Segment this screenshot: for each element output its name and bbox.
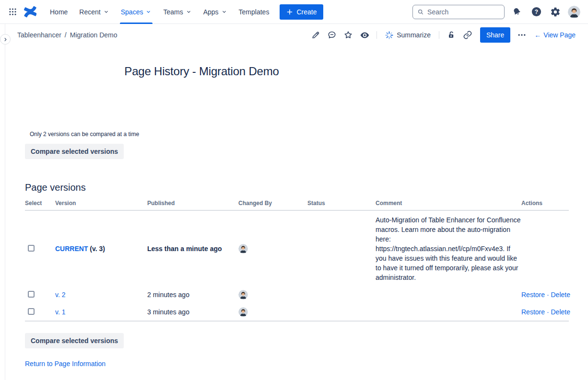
- version-link[interactable]: v. 1: [55, 308, 66, 316]
- search-icon: [417, 8, 424, 16]
- breadcrumb-separator: /: [65, 31, 67, 39]
- page-title: Page History - Migration Demo: [25, 65, 378, 78]
- copy-link-button[interactable]: [460, 28, 475, 42]
- restore-link[interactable]: Restore: [521, 291, 545, 299]
- version-row: v. 1 3 minutes ago: [25, 303, 569, 321]
- nav-item-teams[interactable]: Teams: [157, 0, 197, 24]
- expand-sidebar-button[interactable]: [0, 34, 11, 45]
- help-button[interactable]: ?: [529, 5, 543, 19]
- view-page-link[interactable]: ← View Page: [534, 31, 576, 39]
- nav-item-label: Home: [50, 8, 68, 16]
- restrictions-button[interactable]: [444, 28, 459, 42]
- published-cell: Less than a minute ago: [147, 245, 238, 253]
- toolbar-divider: [376, 31, 377, 39]
- page-actions-toolbar: Summarize Share ← View Page: [308, 27, 576, 43]
- return-to-page-information-link[interactable]: Return to Page Information: [25, 360, 106, 368]
- page-versions-heading: Page versions: [25, 182, 588, 193]
- top-navigation: Home Recent Spaces Teams Apps Templates: [0, 0, 588, 24]
- changed-by-avatar[interactable]: [238, 244, 248, 253]
- delete-link[interactable]: Delete: [551, 291, 570, 299]
- nav-item-apps[interactable]: Apps: [198, 0, 233, 24]
- chevron-down-icon: [145, 9, 152, 15]
- comment-bubble-icon: [327, 30, 337, 40]
- search-box[interactable]: [412, 5, 505, 19]
- page-history-content: Page History - Migration Demo Only 2 ver…: [0, 65, 588, 368]
- favorite-button[interactable]: [341, 28, 356, 42]
- versions-table-header: Select Version Published Changed By Stat…: [25, 200, 569, 211]
- nav-item-label: Spaces: [121, 8, 143, 16]
- nav-item-label: Apps: [203, 8, 219, 16]
- settings-button[interactable]: [549, 5, 562, 19]
- notifications-button[interactable]: [510, 5, 524, 19]
- compare-selected-versions-button-bottom[interactable]: Compare selected versions: [25, 333, 124, 348]
- version-suffix: (v. 3): [90, 245, 105, 253]
- edit-button[interactable]: [308, 28, 323, 42]
- create-button-label: Create: [296, 8, 317, 16]
- comments-button[interactable]: [324, 28, 340, 42]
- app-switcher-grid-icon: [8, 7, 17, 16]
- unlock-icon: [447, 30, 456, 40]
- watch-button[interactable]: [357, 28, 372, 42]
- confluence-home-button[interactable]: [21, 4, 38, 20]
- share-button[interactable]: Share: [480, 27, 510, 43]
- version-link[interactable]: v. 2: [55, 291, 66, 299]
- nav-item-templates[interactable]: Templates: [233, 0, 275, 24]
- version-checkbox[interactable]: [28, 245, 35, 252]
- more-options-button[interactable]: [514, 28, 529, 42]
- search-input[interactable]: [427, 8, 500, 16]
- version-link[interactable]: CURRENT: [55, 245, 88, 253]
- nav-item-label: Teams: [163, 8, 183, 16]
- nav-item-recent[interactable]: Recent: [73, 0, 115, 24]
- plus-icon: [286, 9, 293, 15]
- summarize-label: Summarize: [397, 31, 431, 39]
- version-checkbox[interactable]: [28, 308, 35, 315]
- nav-item-label: Templates: [239, 8, 270, 16]
- changed-by-avatar[interactable]: [238, 307, 248, 317]
- breadcrumb-page-link[interactable]: Migration Demo: [70, 31, 118, 39]
- chevron-down-icon: [103, 9, 109, 15]
- delete-link[interactable]: Delete: [551, 308, 570, 316]
- column-header-actions: Actions: [521, 200, 569, 207]
- column-header-status: Status: [307, 200, 376, 207]
- avatar-photo-icon: [238, 290, 248, 299]
- actions-separator: ·: [545, 291, 551, 299]
- chevron-down-icon: [186, 9, 192, 15]
- actions-separator: ·: [545, 308, 551, 316]
- compare-hint-text: Only 2 versions can be compared at a tim…: [30, 131, 588, 138]
- avatar-photo-icon: [568, 6, 580, 18]
- version-actions: Restore · Delete: [521, 291, 569, 299]
- breadcrumb: Tableenhancer / Migration Demo: [17, 31, 118, 39]
- summarize-button[interactable]: Summarize: [381, 28, 435, 42]
- top-nav-right: ?: [412, 5, 580, 19]
- comment-cell: Auto-Migration of Table Enhancer for Con…: [376, 215, 521, 282]
- more-horizontal-icon: [517, 30, 527, 40]
- watch-eye-icon: [360, 30, 370, 40]
- column-header-comment: Comment: [376, 200, 521, 207]
- changed-by-avatar[interactable]: [238, 290, 248, 299]
- question-mark-icon: ?: [531, 6, 542, 17]
- bell-icon: [512, 7, 522, 17]
- primary-nav: Home Recent Spaces Teams Apps Templates: [44, 0, 275, 24]
- breadcrumb-space-link[interactable]: Tableenhancer: [17, 31, 61, 39]
- version-checkbox[interactable]: [28, 291, 35, 298]
- avatar-photo-icon: [238, 244, 248, 253]
- version-actions: Restore · Delete: [521, 308, 569, 316]
- restore-link[interactable]: Restore: [521, 308, 545, 316]
- back-arrow-icon: ←: [534, 31, 541, 39]
- column-header-select: Select: [25, 200, 55, 207]
- user-avatar[interactable]: [568, 6, 580, 18]
- version-row: v. 2 2 minutes ago: [25, 286, 569, 303]
- chevron-right-icon: [3, 37, 8, 42]
- create-button[interactable]: Create: [280, 4, 323, 20]
- column-header-changed-by: Changed By: [238, 200, 307, 207]
- app-switcher-button[interactable]: [5, 4, 20, 20]
- ai-sparkle-icon: [385, 31, 393, 39]
- nav-item-home[interactable]: Home: [44, 0, 73, 24]
- chevron-down-icon: [221, 9, 227, 15]
- compare-selected-versions-button[interactable]: Compare selected versions: [25, 144, 124, 159]
- gear-icon: [550, 7, 561, 17]
- pencil-icon: [311, 30, 320, 40]
- column-header-published: Published: [147, 200, 238, 207]
- nav-item-spaces[interactable]: Spaces: [115, 0, 158, 24]
- published-cell: 3 minutes ago: [147, 308, 238, 316]
